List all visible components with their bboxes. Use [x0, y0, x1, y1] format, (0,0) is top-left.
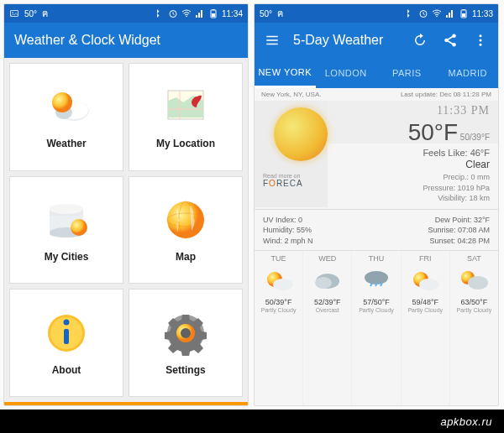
footer-watermark: apkbox.ru [0, 410, 504, 433]
tile-my-location[interactable]: My Location [129, 63, 243, 171]
tile-label: Settings [165, 364, 205, 376]
uv-index: UV Index: 0 [263, 215, 376, 226]
dew-point: Dew Point: 32°F [376, 215, 490, 226]
app-bar: 5-Day Weather [255, 23, 498, 58]
tab-new-york[interactable]: NEW YORK [255, 58, 316, 88]
alarm-icon [418, 8, 428, 18]
clock-text: 11:33 PM [339, 104, 490, 117]
accent-bar [4, 402, 248, 405]
menu-icon[interactable] [265, 33, 280, 48]
weather-content: New York, NY, USA. Last update: Dec 08 1… [255, 88, 498, 405]
location-text: New York, NY, USA. [261, 91, 321, 98]
app-title: 5-Day Weather [293, 33, 397, 48]
bluetooth-icon [155, 8, 165, 18]
rain-icon [360, 268, 392, 293]
cities-icon [44, 197, 89, 243]
tab-madrid[interactable]: MADRID [438, 58, 499, 88]
more-icon[interactable] [473, 33, 488, 48]
status-bar: 50° ฅ 11:33 [255, 4, 498, 23]
tile-about[interactable]: About [9, 289, 123, 397]
screen-main-menu: 50° ฅ 11:34 Weather & Clock Widget Weath… [3, 3, 249, 406]
tile-my-cities[interactable]: My Cities [9, 176, 123, 284]
tile-label: My Cities [45, 251, 89, 263]
sun-icon [274, 107, 328, 161]
image-icon [9, 8, 19, 18]
wind: Wind: 2 mph N [263, 236, 376, 247]
city-tabs: NEW YORK LONDON PARIS MADRID [255, 58, 498, 88]
wifi-icon [181, 8, 192, 18]
forecast-day[interactable]: THU57/50°FPartly Cloudy [352, 251, 401, 405]
forecast-day[interactable]: TUE50/39°FPartly Cloudy [255, 251, 303, 405]
suncloud-icon [458, 268, 490, 293]
sunny-icon [263, 268, 295, 293]
forecast-day[interactable]: FRI59/48°FPartly Cloudy [402, 251, 450, 405]
tile-label: Map [176, 251, 196, 263]
battery-icon [208, 8, 218, 18]
app-bar: Weather & Clock Widget [4, 23, 248, 58]
forecast-day[interactable]: WED52/39°FOvercast [303, 251, 352, 405]
precip: Precip.: 0 mm [339, 172, 490, 183]
status-time: 11:34 [222, 9, 243, 18]
status-bar: 50° ฅ 11:34 [4, 4, 248, 23]
current-temp: 50°F [408, 119, 458, 145]
refresh-icon[interactable] [412, 33, 428, 48]
tile-label: About [52, 364, 81, 376]
forecast-day[interactable]: SAT63/50°FPartly Cloudy [450, 251, 498, 405]
gear-icon [163, 310, 208, 356]
status-temp: 50° [260, 9, 272, 18]
alarm-icon [168, 8, 178, 18]
tab-london[interactable]: LONDON [316, 58, 377, 88]
cat-icon: ฅ [277, 6, 283, 21]
forecast-row: TUE50/39°FPartly Cloudy WED52/39°FOverca… [255, 250, 498, 405]
cloudy-icon [312, 268, 344, 293]
sunset: Sunset: 04:28 PM [376, 236, 490, 247]
sunny-icon [409, 268, 441, 293]
bluetooth-icon [405, 8, 415, 18]
tile-settings[interactable]: Settings [129, 289, 243, 397]
visibility: Visibility: 18 km [339, 193, 490, 204]
battery-icon [459, 8, 469, 18]
screen-5day-weather: 50° ฅ 11:33 5-Day Weather NEW YORK LONDO… [254, 3, 499, 406]
divider [255, 209, 498, 210]
location-icon [163, 84, 208, 129]
tile-weather[interactable]: Weather [9, 63, 123, 171]
condition: Clear [339, 159, 490, 170]
globe-icon [163, 197, 208, 243]
app-title: Weather & Clock Widget [14, 33, 238, 48]
cat-icon: ฅ [42, 6, 48, 21]
foreca-link[interactable]: Read more onFORECA [263, 173, 303, 188]
tile-label: Weather [46, 138, 86, 149]
pressure: Pressure: 1019 hPa [339, 183, 490, 194]
info-icon [44, 310, 89, 356]
tile-label: My Location [156, 138, 215, 149]
share-icon[interactable] [443, 33, 458, 48]
hi-lo-temp: 50/39°F [460, 133, 490, 142]
signal-icon [195, 8, 205, 18]
tile-map[interactable]: Map [129, 176, 243, 284]
signal-icon [445, 8, 455, 18]
tab-paris[interactable]: PARIS [376, 58, 438, 88]
weather-icon [44, 84, 89, 129]
status-time: 11:33 [472, 9, 493, 18]
wifi-icon [432, 8, 442, 18]
sunrise: Sunrise: 07:08 AM [376, 225, 490, 236]
feels-like: Feels Like: 46°F [339, 148, 490, 158]
last-update-text: Last update: Dec 08 11:28 PM [401, 91, 491, 98]
main-grid: Weather My Location My Cities Map About … [4, 58, 248, 402]
status-temp: 50° [24, 9, 37, 18]
humidity: Humidity: 55% [263, 225, 376, 236]
